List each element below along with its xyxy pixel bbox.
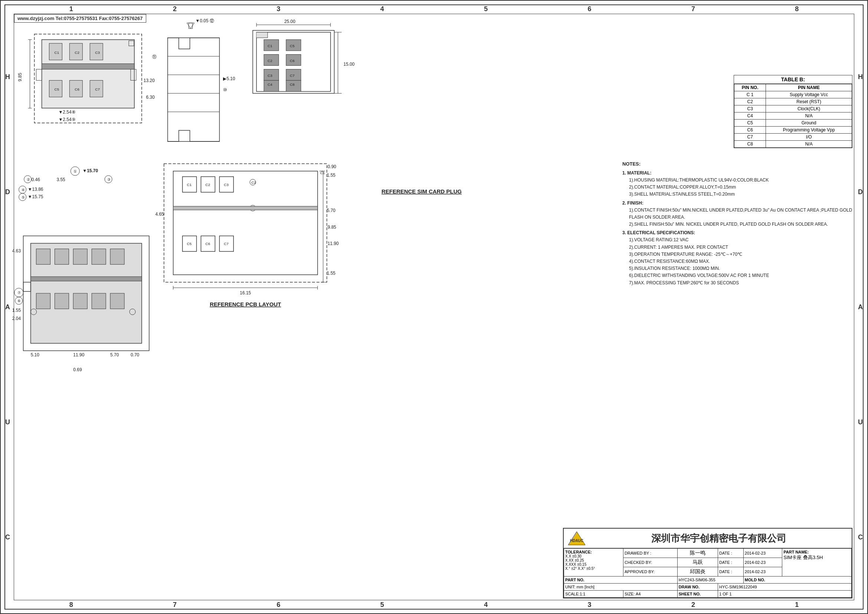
draw-no-label: DRAW NO.: [677, 583, 718, 591]
grid-labels-top: 1 2 3 4 5 6 7 8: [1, 5, 867, 13]
table-b-cell: N/A: [766, 141, 852, 148]
table-b-cell: I/O: [766, 133, 852, 141]
table-b-cell: N/A: [766, 113, 852, 119]
notes-item: 1).VOLTAGE RATING:12 VAC: [629, 236, 852, 243]
svg-marker-140: [568, 532, 585, 545]
notes-section-item: 1. MATERIAL: 1).HOUSING MATERIAL:THERMOP…: [622, 170, 852, 198]
company-logo: HDAUC: [567, 531, 586, 546]
grid-labels-bottom: 8 7 6 5 4 3 2 1: [1, 601, 867, 609]
table-b-cell: C 1: [735, 91, 766, 98]
date-label-3: DATE :: [718, 567, 744, 577]
notes-item: 7).MAX. PROCESSING TEMP:260℃ for 30 SECO…: [629, 279, 852, 287]
notes-item: 2).CONTACT MATERIAL:COPPER ALLOY,T=0.15m…: [629, 184, 852, 191]
part-name-label: PART NAME:: [783, 550, 850, 554]
notes-section-item: 3. ELECTRICAL SPECIFICATIONS: 1).VOLTAGE…: [622, 229, 852, 287]
notes-item: 6).DIELECTRIC WITHSTANDING VOLTAGE:500V …: [629, 272, 852, 279]
date-approved: 2014-02-23: [743, 567, 782, 577]
engineering-drawing-page: 1 2 3 4 5 6 7 8 8 7 6 5 4 3 2 1 H D A U …: [0, 0, 868, 614]
table-b-cell: C6: [735, 127, 766, 133]
drawn-by-value: 陈一鸣: [677, 549, 718, 558]
part-name-cell: PART NAME: SIM卡座 叠高3.5H: [782, 549, 852, 577]
table-b-cell: C4: [735, 113, 766, 119]
tolerance-values: X.X ±0.30 X.XX ±0.25 X.XXX ±0.15: [565, 554, 622, 566]
part-name-value: SIM卡座 叠高3.5H: [783, 554, 850, 561]
notes-item: 5).INSULATION RESISTANCE: 1000MΩ MIN.: [629, 265, 852, 272]
title-block-table: TOLERANCE: X.X ±0.30 X.XX ±0.25 X.XXX ±0…: [564, 548, 852, 598]
table-b-cell: C8: [735, 141, 766, 148]
date-label-1: DATE :: [718, 549, 744, 558]
table-b-cell: Programming Voltage Vpp: [766, 127, 852, 133]
part-no-label: PART NO.: [564, 577, 677, 583]
grid-labels-left: H D A U C: [5, 1, 10, 613]
inner-border: [14, 14, 854, 600]
date-label-2: DATE :: [718, 558, 744, 567]
part-no-value: HYC243-SIM06-355: [677, 577, 743, 583]
notes-item: 2).CURRENT: 1 AMPERES MAX. PER CONTACT: [629, 244, 852, 251]
date-checked: 2014-02-23: [743, 558, 782, 567]
sheet-no-value: 1 OF 1: [718, 591, 852, 598]
notes-item: 4).CONTACT RESISTANCE:60MΩ MAX.: [629, 258, 852, 265]
draw-no-value: HYC-SIM196122049: [718, 583, 852, 591]
table-b-cell: Ground: [766, 119, 852, 127]
scale-label: SCALE:1:1: [564, 591, 623, 598]
approved-by-label: APPROVED BY:: [623, 567, 677, 577]
table-b: TABLE B: PIN NO. PIN NAME C 1Supply Volt…: [734, 75, 852, 148]
drawn-by-label: DRAWED BY :: [623, 549, 677, 558]
notes-item: 3).OPERATION TEMPERATURE RANGE: -25℃～+70…: [629, 251, 852, 258]
sheet-no-label: SHEET NO.: [677, 591, 718, 598]
approved-by-value: 邱国炎: [677, 567, 718, 577]
company-name: 深圳市华宇创精密电子有限公司: [590, 532, 848, 545]
table-b-cell: C3: [735, 105, 766, 113]
angle-tolerance: X.° ±2° X.X° ±0.5°: [565, 566, 622, 571]
notes-section-item: 2. FINISH: 1).CONTACT FINISH:50u" MIN.NI…: [622, 200, 852, 228]
company-header: HDAUC 深圳市华宇创精密电子有限公司: [564, 529, 852, 548]
table-b-cell: C2: [735, 98, 766, 105]
header-info: www.dzyjzj.com Tel:0755-27575531 Fax:075…: [14, 14, 146, 23]
svg-text:HDAUC: HDAUC: [570, 539, 583, 543]
notes-section: NOTES: 1. MATERIAL: 1).HOUSING MATERIAL:…: [622, 160, 852, 287]
notes-item: 2).SHELL FINISH:50u" MIN. NICKEL UNDER P…: [629, 221, 852, 228]
size-label: SIZE: A4: [623, 591, 677, 598]
date-drawn: 2014-02-23: [743, 549, 782, 558]
tolerance-label: TOLERANCE:: [565, 550, 622, 554]
title-block: HDAUC 深圳市华宇创精密电子有限公司 TOLERANCE: X.X ±0.3…: [563, 528, 852, 598]
table-b-title: TABLE B:: [734, 75, 852, 84]
notes-heading: 2. FINISH:: [622, 200, 852, 207]
mold-no-label: MOLD NO.: [743, 577, 851, 583]
table-b-cell: C7: [735, 133, 766, 141]
table-b-cell: Reset (RST): [766, 98, 852, 105]
checked-by-label: CHECKED BY:: [623, 558, 677, 567]
notes-heading: 1. MATERIAL:: [622, 170, 852, 177]
notes-heading: 3. ELECTRICAL SPECIFICATIONS:: [622, 229, 852, 236]
notes-item: 1).CONTACT FINISH:50u" MIN.NICKEL UNDER …: [629, 207, 852, 221]
notes-title: NOTES:: [622, 160, 852, 168]
notes-content: 1. MATERIAL: 1).HOUSING MATERIAL:THERMOP…: [622, 170, 852, 287]
table-b-cell: C5: [735, 119, 766, 127]
table-b-cell: Clock(CLK): [766, 105, 852, 113]
tolerance-cell: TOLERANCE: X.X ±0.30 X.XX ±0.25 X.XXX ±0…: [564, 549, 623, 577]
unit-label: UNIT: mm [Inch]: [564, 583, 677, 591]
notes-item: 3).SHELL MATERIAL:STAINLESS STEEL,T=0.20…: [629, 191, 852, 198]
checked-by-value: 马跃: [677, 558, 718, 567]
table-b-header-pin-no: PIN NO.: [735, 84, 766, 91]
table-b-header-pin-name: PIN NAME: [766, 84, 852, 91]
notes-item: 1).HOUSING MATERIAL:THERMOPLASTIC UL94V-…: [629, 177, 852, 184]
table-b-cell: Supply Voltage Vcc: [766, 91, 852, 98]
grid-labels-right: H D A U C: [858, 1, 863, 613]
